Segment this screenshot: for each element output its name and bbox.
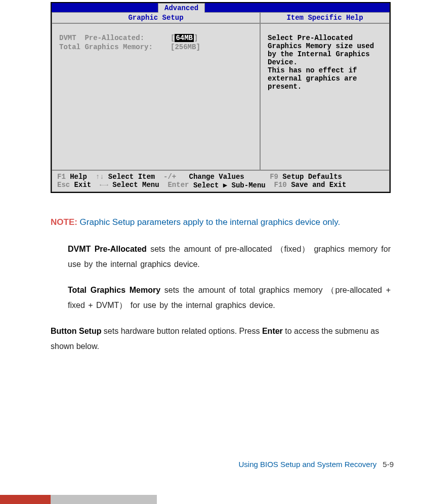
key-f1: F1 [57,173,66,181]
option-label: DVMT Pre-Allocated: [59,34,171,42]
options-panel: DVMT Pre-Allocated: [64MB] Total Graphic… [52,23,260,170]
key-f10: F10 [274,181,287,189]
key-esc: Esc [57,181,70,189]
tab-advanced[interactable]: Advanced [158,3,205,13]
page-footer: Using BIOS Setup and System Recovery 5-9 [239,460,394,469]
desc-body-pre: sets hardware button related options. Pr… [101,327,262,335]
option-label: Total Graphics Memory: [59,43,171,51]
bios-key-legend: F1 Help ↑↓ Select Item -/+ Change Values… [52,170,390,192]
desc-total-graphics-memory: Total Graphics Memory sets the amount of… [68,283,391,314]
key-minus-plus: -/+ [163,173,176,181]
panel-title-item-help: Item Specific Help [260,12,390,23]
desc-button-setup: Button Setup sets hardware button relate… [51,324,391,355]
option-dvmt-pre-allocated[interactable]: DVMT Pre-Allocated: [64MB] [59,34,256,42]
bios-screen: Advanced Graphic Setup Item Specific Hel… [51,2,391,193]
desc-term: DVMT Pre-Allocated [68,245,147,253]
key-arrows-horiz-icon: ←→ [100,181,108,189]
footer-text: Using BIOS Setup and System Recovery [239,460,377,469]
key-f9: F9 [270,173,278,181]
note-label: NOTE: [51,217,77,227]
desc-term: Total Graphics Memory [68,286,160,294]
option-value: [256MB] [171,43,200,51]
key-arrows-vert-icon: ↑↓ [96,173,104,181]
key-enter: Enter [167,181,189,189]
desc-key-enter: Enter [262,327,283,335]
panel-title-graphic-setup: Graphic Setup [52,12,260,23]
option-value: [64MB] [171,34,198,42]
decor-red [0,495,51,504]
bios-menu-bar: Advanced [52,3,390,12]
note-block: NOTE: Graphic Setup parameters apply to … [51,217,391,227]
page-number: 5-9 [383,460,394,469]
help-text: Select Pre-Allocated Graphics Memory siz… [268,34,382,91]
decor-gray [51,495,157,504]
note-text: Graphic Setup parameters apply to the in… [77,217,340,227]
desc-dvmt-pre-allocated: DVMT Pre-Allocated sets the amount of pr… [68,242,391,273]
help-panel: Select Pre-Allocated Graphics Memory siz… [260,23,390,170]
decor-rest [157,495,421,504]
option-total-graphics-memory[interactable]: Total Graphics Memory: [256MB] [59,43,256,51]
desc-term: Button Setup [51,327,101,335]
bottom-decor-bar [0,495,421,504]
